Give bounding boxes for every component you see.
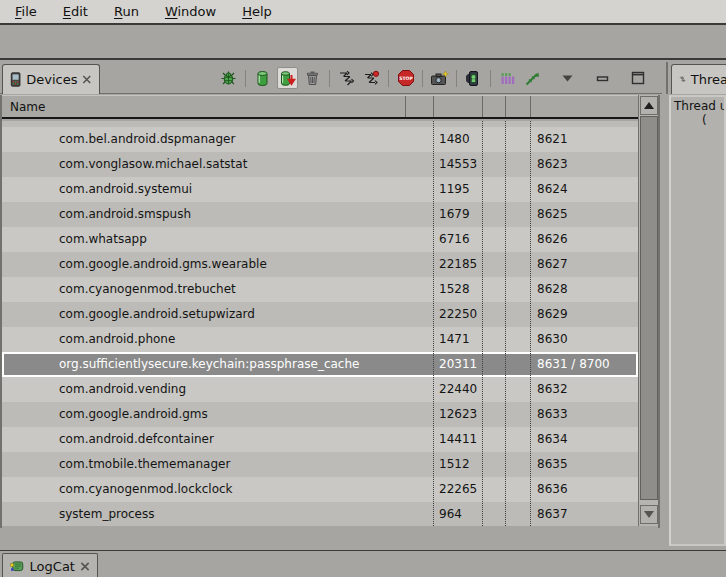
table-row[interactable]: org.sufficientlysecure.keychain:passphra… (2, 352, 638, 377)
menu-window[interactable]: Window (152, 2, 229, 21)
main-toolbar-strip (0, 27, 726, 60)
client-pid: 22265 (439, 477, 477, 502)
client-pid: 964 (439, 502, 462, 526)
table-row[interactable]: com.tmobile.thememanager 1512 8635 (2, 452, 638, 477)
devices-toolbar: STOP (216, 64, 650, 92)
tab-logcat[interactable]: LogCat (2, 553, 98, 577)
client-pid: 12623 (439, 402, 477, 427)
tab-threads-label: Threads (691, 72, 726, 87)
table-row[interactable]: com.android.systemui 1195 8624 (2, 177, 638, 202)
dump-hprof-icon[interactable] (277, 67, 298, 89)
tab-threads[interactable]: Threads (671, 64, 726, 94)
column-header-name[interactable]: Name (10, 100, 45, 114)
threads-message-line2: ( (671, 113, 724, 127)
minimize-icon[interactable] (592, 67, 613, 89)
devices-view: Devices (0, 62, 662, 549)
table-row[interactable]: com.google.android.gms.wearable 22185 86… (2, 252, 638, 277)
screen-capture-icon[interactable] (429, 67, 450, 89)
client-pid: 22185 (439, 252, 477, 277)
threads-icon (679, 72, 686, 87)
table-row[interactable]: com.google.android.setupwizard 22250 862… (2, 302, 638, 327)
client-name: com.google.android.gms (59, 402, 208, 427)
maximize-icon[interactable] (627, 67, 648, 89)
client-name: org.sufficientlysecure.keychain:passphra… (59, 352, 359, 377)
scroll-down-button[interactable] (640, 505, 658, 524)
systrace-icon[interactable] (497, 67, 518, 89)
table-row[interactable]: com.whatsapp 6716 8626 (2, 227, 638, 252)
threads-message-line1: Thread up (671, 97, 724, 113)
device-table-header[interactable]: Name (2, 95, 658, 119)
vertical-scroll-thumb[interactable] (640, 116, 658, 500)
client-pid: 1512 (439, 452, 470, 477)
threads-view: Threads Thread up ( (666, 62, 726, 549)
bottom-tab-strip: LogCat (0, 550, 726, 577)
screen-record-icon[interactable] (463, 67, 484, 89)
client-name: com.android.systemui (59, 177, 192, 202)
update-heap-icon[interactable] (252, 67, 273, 89)
table-row[interactable]: com.android.defcontainer 14411 8634 (2, 427, 638, 452)
client-port: 8621 (537, 127, 568, 152)
close-icon[interactable] (82, 74, 92, 85)
menu-edit[interactable]: Edit (50, 2, 101, 21)
phone-icon (10, 71, 21, 88)
column-divider[interactable] (405, 96, 406, 117)
client-port: 8623 (537, 152, 568, 177)
table-row[interactable]: com.cyanogenmod.trebuchet 1528 8628 (2, 277, 638, 302)
client-port: 8634 (537, 427, 568, 452)
threads-tab-bar: Threads (666, 62, 726, 94)
debug-process-icon[interactable] (218, 67, 239, 89)
cause-gc-icon[interactable] (302, 67, 323, 89)
column-divider[interactable] (433, 96, 434, 117)
client-name: com.vonglasow.michael.satstat (59, 152, 247, 177)
client-name: com.cyanogenmod.lockclock (59, 477, 233, 502)
column-divider[interactable] (530, 96, 531, 117)
client-port: 8624 (537, 177, 568, 202)
update-threads-icon[interactable] (336, 67, 357, 89)
client-name: com.tmobile.thememanager (59, 452, 230, 477)
client-name: com.google.android.gms.wearable (59, 252, 267, 277)
menu-file[interactable]: File (2, 2, 50, 21)
table-row[interactable]: com.google.android.gms 12623 8633 (2, 402, 638, 427)
tab-logcat-label: LogCat (30, 559, 75, 574)
ddms-window: File Edit Run Window Help Devices (0, 0, 726, 577)
table-row[interactable]: com.android.phone 1471 8630 (2, 327, 638, 352)
table-row[interactable]: com.android.vending 22440 8632 (2, 377, 638, 402)
stop-process-icon[interactable]: STOP (395, 67, 416, 89)
table-row[interactable]: com.android.smspush 1679 8625 (2, 202, 638, 227)
table-row[interactable]: system_process 964 8637 (2, 502, 638, 526)
menu-run[interactable]: Run (101, 2, 152, 21)
table-row[interactable]: com.bel.android.dspmanager 1480 8621 (2, 127, 638, 152)
toolbar-separator (456, 70, 457, 87)
column-divider[interactable] (505, 96, 506, 117)
client-port: 8625 (537, 202, 568, 227)
table-row[interactable]: com.vonglasow.michael.satstat 14553 8623 (2, 152, 638, 177)
toolbar-separator (490, 70, 491, 87)
close-icon[interactable] (80, 561, 90, 572)
toolbar-separator (388, 70, 389, 87)
tab-devices[interactable]: Devices (2, 64, 100, 94)
stop-label: STOP (399, 76, 413, 81)
table-row[interactable]: com.cyanogenmod.lockclock 22265 8636 (2, 477, 638, 502)
client-name: system_process (59, 502, 155, 526)
scroll-up-button[interactable] (640, 96, 658, 115)
menu-bar: File Edit Run Window Help (0, 0, 726, 25)
column-divider[interactable] (482, 96, 483, 117)
client-pid: 1528 (439, 277, 470, 302)
vertical-scrollbar[interactable] (638, 95, 658, 526)
start-method-profiling-icon[interactable] (361, 67, 382, 89)
client-name: com.google.android.setupwizard (59, 302, 255, 327)
client-pid: 22250 (439, 302, 477, 327)
client-pid: 14411 (439, 427, 477, 452)
client-name: com.android.vending (59, 377, 186, 402)
client-pid: 20311 (439, 352, 477, 377)
client-port: 8629 (537, 302, 568, 327)
client-port: 8636 (537, 477, 568, 502)
client-name: com.bel.android.dspmanager (59, 127, 235, 152)
view-menu-icon[interactable] (557, 67, 578, 89)
menu-help[interactable]: Help (229, 2, 285, 21)
client-port: 8637 (537, 502, 568, 526)
client-pid: 1679 (439, 202, 470, 227)
opengl-trace-icon[interactable] (522, 67, 543, 89)
client-pid: 1471 (439, 327, 470, 352)
client-port: 8627 (537, 252, 568, 277)
